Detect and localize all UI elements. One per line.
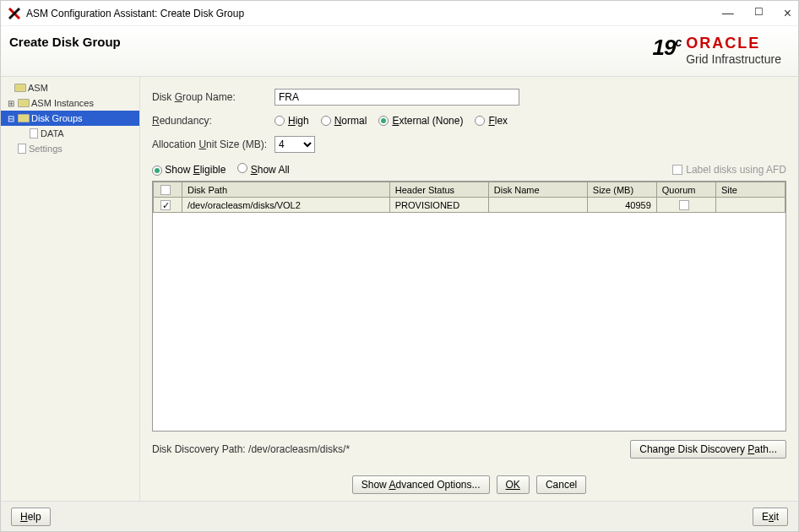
redundancy-flex[interactable]: Flex (475, 115, 508, 127)
redundancy-group: High Normal External (None) Flex (274, 115, 508, 127)
disks-table-panel: Disk Path Header Status Disk Name Size (… (152, 181, 786, 432)
disk-group-name-input[interactable] (274, 89, 519, 106)
redundancy-high[interactable]: High (274, 115, 309, 127)
label-afd-text: Label disks using AFD (686, 164, 786, 176)
help-button[interactable]: Help (11, 508, 51, 526)
show-advanced-button[interactable]: Show Advanced Options... (352, 475, 490, 494)
label-afd-checkbox: Label disks using AFD (672, 164, 786, 176)
window-title: ASM Configuration Assistant: Create Disk… (26, 8, 722, 19)
col-size-mb[interactable]: Size (MB) (587, 182, 656, 198)
table-header-row: Disk Path Header Status Disk Name Size (… (154, 182, 785, 198)
oracle-brand: 19c ORACLE Grid Infrastructure (652, 35, 781, 66)
sidebar: ASM ⊞ ASM Instances ⊟ Disk Groups DATA S… (1, 77, 140, 501)
expand-icon[interactable]: ⊞ (4, 99, 18, 108)
tree-item-settings[interactable]: Settings (1, 141, 139, 156)
quorum-checkbox[interactable] (679, 200, 689, 210)
discovery-path-text: Disk Discovery Path: /dev/oracleasm/disk… (152, 443, 350, 455)
radio-icon (274, 116, 285, 126)
tree-item-disk-groups[interactable]: ⊟ Disk Groups (1, 111, 139, 126)
tree-item-asm-instances[interactable]: ⊞ ASM Instances (1, 95, 139, 111)
redundancy-external[interactable]: External (None) (378, 115, 463, 127)
disk-group-name-label: Disk Group Name: (152, 91, 274, 103)
radio-icon (237, 163, 247, 173)
tree-label: Disk Groups (31, 113, 83, 123)
page-title: Create Disk Group (9, 35, 652, 49)
tree-label: Settings (29, 144, 63, 154)
page-icon (18, 144, 26, 154)
col-disk-path[interactable]: Disk Path (182, 182, 389, 198)
tree-item-data[interactable]: DATA (1, 126, 139, 141)
ok-button[interactable]: OK (497, 475, 530, 494)
cancel-button[interactable]: Cancel (536, 475, 586, 494)
page-icon (30, 128, 38, 138)
footer: Help Exit (1, 501, 798, 531)
cell-size-mb: 40959 (587, 198, 656, 213)
tree-label: DATA (41, 128, 64, 138)
show-eligible-radio[interactable]: Show Eligible (152, 164, 226, 176)
cell-disk-name (488, 198, 587, 213)
folder-icon (14, 84, 26, 92)
col-site[interactable]: Site (716, 182, 785, 198)
window: ASM Configuration Assistant: Create Disk… (0, 0, 799, 532)
col-quorum[interactable]: Quorum (656, 182, 715, 198)
close-button[interactable]: × (784, 6, 791, 21)
cell-disk-path: /dev/oracleasm/disks/VOL2 (182, 198, 389, 213)
checkbox-icon (672, 165, 682, 175)
tree-label: ASM Instances (31, 98, 94, 108)
header: Create Disk Group 19c ORACLE Grid Infras… (1, 26, 798, 77)
aus-label: Allocation Unit Size (MB): (152, 138, 274, 150)
row-checkbox[interactable] (160, 200, 171, 210)
version-sup: c (675, 35, 681, 49)
maximize-button[interactable]: ☐ (754, 6, 764, 21)
radio-icon (475, 116, 485, 126)
radio-icon (321, 116, 331, 126)
folder-icon (18, 99, 30, 107)
tree-root-label: ASM (28, 83, 48, 93)
radio-icon (378, 116, 389, 126)
collapse-icon[interactable]: ⊟ (4, 114, 18, 123)
redundancy-label: Redundancy: (152, 115, 274, 127)
oracle-logo-text: ORACLE (686, 35, 781, 52)
redundancy-normal[interactable]: Normal (321, 115, 367, 127)
oracle-subtitle: Grid Infrastructure (686, 52, 781, 66)
version-number: 19 (652, 35, 675, 60)
titlebar: ASM Configuration Assistant: Create Disk… (1, 1, 798, 26)
show-all-radio[interactable]: Show All (237, 163, 289, 176)
col-select[interactable] (154, 182, 182, 198)
main-panel: Disk Group Name: Redundancy: High Normal… (140, 77, 798, 501)
cell-site (716, 198, 785, 213)
change-discovery-path-button[interactable]: Change Disk Discovery Path... (630, 440, 786, 459)
exit-button[interactable]: Exit (753, 508, 788, 526)
disks-table: Disk Path Header Status Disk Name Size (… (153, 182, 785, 213)
col-disk-name[interactable]: Disk Name (488, 182, 587, 198)
cell-header-status: PROVISIONED (389, 198, 488, 213)
folder-icon (18, 114, 30, 122)
checkbox-icon (160, 185, 171, 195)
body: ASM ⊞ ASM Instances ⊟ Disk Groups DATA S… (1, 77, 798, 501)
tree-root-asm[interactable]: ASM (1, 80, 139, 95)
minimize-button[interactable]: — (722, 6, 734, 21)
table-row[interactable]: /dev/oracleasm/disks/VOL2 PROVISIONED 40… (154, 198, 785, 213)
col-header-status[interactable]: Header Status (389, 182, 488, 198)
app-x-icon (8, 7, 21, 20)
radio-icon (152, 166, 162, 176)
aus-select[interactable]: 4 (274, 136, 315, 153)
